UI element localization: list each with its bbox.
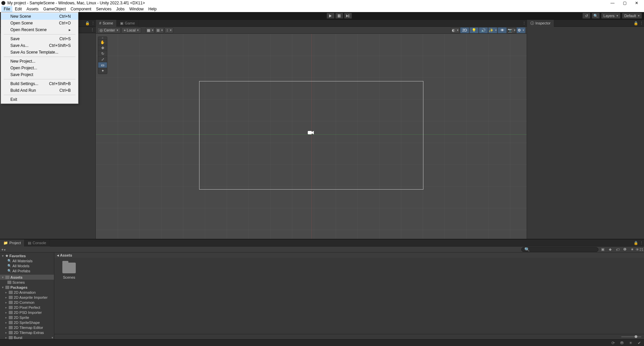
project-grid-items[interactable]: Scenes <box>54 258 644 334</box>
favorite-all-prefabs[interactable]: 🔍All Prefabs <box>0 268 54 273</box>
step-button[interactable] <box>344 13 352 19</box>
asset-folder-scenes[interactable]: Scenes <box>59 263 79 329</box>
add-asset-button[interactable]: +▾ <box>1 248 7 252</box>
file-save-project[interactable]: Save Project <box>1 71 78 78</box>
lock-icon[interactable]: 🔒 <box>633 240 639 246</box>
menu-window[interactable]: Window <box>127 6 146 12</box>
favorites-header[interactable]: ▾★Favorites <box>0 253 54 258</box>
menu-services[interactable]: Services <box>94 6 114 12</box>
thumbnail-size-slider[interactable] <box>621 336 641 337</box>
console-tab[interactable]: ▤Console <box>24 239 50 247</box>
maximize-button[interactable]: ▢ <box>619 0 631 6</box>
increment-snap-dropdown[interactable]: ⫶▾ <box>165 27 173 33</box>
snap-dropdown[interactable]: ⊞▾ <box>155 27 164 33</box>
file-exit[interactable]: Exit <box>1 96 78 103</box>
layers-dropdown[interactable]: Layers▾ <box>601 13 621 19</box>
game-tab[interactable]: ▣Game <box>117 20 138 27</box>
package-item[interactable]: ▸2D PSD Importer <box>0 310 54 315</box>
scale-tool[interactable]: ⤢ <box>98 57 107 62</box>
lock-icon[interactable]: 🔒 <box>85 20 90 26</box>
auto-refresh-icon[interactable]: ⟳ <box>610 340 616 346</box>
progress-icon[interactable]: ✔ <box>637 340 642 346</box>
camera-gizmo-icon[interactable] <box>308 130 314 135</box>
panel-menu-icon[interactable]: ⋮ <box>91 28 94 32</box>
save-search-icon[interactable]: 🏷 <box>614 247 621 252</box>
package-item[interactable]: ▸2D SpriteShape <box>0 320 54 325</box>
grid-dropdown[interactable]: ▦▾ <box>146 27 155 33</box>
package-item[interactable]: ▸2D Tilemap Extras <box>0 330 54 335</box>
menu-file[interactable]: File <box>1 6 12 12</box>
project-search-input[interactable] <box>521 247 598 252</box>
scene-visibility-toggle[interactable]: 👁 <box>498 27 507 33</box>
toggle-2d-button[interactable]: 2D <box>460 27 469 33</box>
close-button[interactable]: ✕ <box>631 0 643 6</box>
scene-fx-toggle[interactable]: ✨▾ <box>488 27 497 33</box>
panel-menu-icon[interactable]: ⋮ <box>521 20 527 26</box>
package-item[interactable]: ▸2D Tilemap Editor <box>0 325 54 330</box>
package-item[interactable]: ▸2D Aseprite Importer <box>0 295 54 300</box>
menu-assets[interactable]: Assets <box>24 6 41 12</box>
hand-tool[interactable]: ✋ <box>98 40 107 45</box>
scene-audio-toggle[interactable]: 🔊 <box>479 27 488 33</box>
file-open-scene[interactable]: Open SceneCtrl+O <box>1 20 78 26</box>
file-build-settings[interactable]: Build Settings...Ctrl+Shift+B <box>1 80 78 87</box>
package-item[interactable]: ▸2D Animation <box>0 290 54 295</box>
layout-dropdown[interactable]: Default▾ <box>622 13 642 19</box>
scene-view[interactable]: ≡ ✋ ✥ ↻ ⤢ ▭ ✦ <box>96 34 527 239</box>
menu-gameobject[interactable]: GameObject <box>41 6 68 12</box>
file-build-and-run[interactable]: Build And RunCtrl+B <box>1 87 78 94</box>
scene-lighting-toggle[interactable]: 💡 <box>470 27 478 33</box>
package-item[interactable]: ▸Burst <box>0 335 54 339</box>
scene-tab[interactable]: #Scene <box>96 20 117 27</box>
package-item[interactable]: ▸2D Pixel Perfect <box>0 305 54 310</box>
menu-jobs[interactable]: Jobs <box>114 6 127 12</box>
pause-button[interactable] <box>335 13 343 19</box>
panel-menu-icon[interactable]: ⋮ <box>639 240 644 246</box>
favorite-all-materials[interactable]: 🔍All Materials <box>0 258 54 263</box>
file-save[interactable]: SaveCtrl+S <box>1 36 78 42</box>
package-item[interactable]: ▸2D Sprite <box>0 315 54 320</box>
cache-server-icon[interactable]: ⛃ <box>619 340 625 346</box>
project-tree[interactable]: ▾★Favorites 🔍All Materials 🔍All Models 🔍… <box>0 253 54 339</box>
search-by-type-icon[interactable]: ▣ <box>600 247 606 252</box>
scene-camera-dropdown[interactable]: 📷▾ <box>507 27 516 33</box>
menu-help[interactable]: Help <box>146 6 159 12</box>
package-item[interactable]: ▸2D Common <box>0 300 54 305</box>
search-by-label-icon[interactable]: ◆ <box>607 247 613 252</box>
file-new-scene[interactable]: New SceneCtrl+N <box>1 13 78 20</box>
packages-folder[interactable]: ▾Packages <box>0 285 54 290</box>
rect-tool[interactable]: ▭ <box>98 62 107 68</box>
file-save-as[interactable]: Save As...Ctrl+Shift+S <box>1 42 78 49</box>
move-tool[interactable]: ✥ <box>98 45 107 51</box>
hidden-packages-toggle[interactable]: 👁21 <box>637 247 643 252</box>
file-new-project[interactable]: New Project... <box>1 58 78 65</box>
assets-folder[interactable]: ▾Assets <box>0 275 54 280</box>
tool-strip-drag-handle[interactable]: ≡ <box>98 37 107 40</box>
favorite-search-icon[interactable]: ★ <box>629 247 635 252</box>
undo-history-button[interactable]: ↺ <box>582 13 590 19</box>
minimize-button[interactable]: — <box>606 0 619 6</box>
tree-scroll-down-icon[interactable]: ▾ <box>52 336 53 339</box>
tool-handle-rotation[interactable]: ⌖Local▾ <box>121 27 141 33</box>
file-save-as-scene-template[interactable]: Save As Scene Template... <box>1 49 78 56</box>
project-tab[interactable]: 📁Project <box>0 239 24 247</box>
file-open-project[interactable]: Open Project... <box>1 65 78 71</box>
panel-menu-icon[interactable]: ⋮ <box>639 20 644 26</box>
draw-mode-dropdown[interactable]: ◐▾ <box>451 27 460 33</box>
gizmos-dropdown[interactable]: ⚙▾ <box>517 27 525 33</box>
rotate-tool[interactable]: ↻ <box>98 51 107 57</box>
panel-menu-icon[interactable]: ⋮ <box>90 20 96 26</box>
scenes-folder[interactable]: Scenes <box>0 280 54 285</box>
menu-edit[interactable]: Edit <box>12 6 24 12</box>
menu-component[interactable]: Component <box>68 6 94 12</box>
tool-handle-position[interactable]: ◎Center▾ <box>97 27 121 33</box>
file-open-recent-scene[interactable]: Open Recent Scene▸ <box>1 26 78 33</box>
project-breadcrumb[interactable]: ◂ Assets <box>54 253 644 258</box>
lock-icon[interactable]: 🔒 <box>633 20 639 26</box>
search-log-icon[interactable]: ❶ <box>622 247 628 252</box>
transform-tool[interactable]: ✦ <box>98 68 107 74</box>
inspector-tab[interactable]: ⓘInspector <box>527 20 554 27</box>
favorite-all-models[interactable]: 🔍All Models <box>0 263 54 268</box>
global-search-button[interactable]: 🔍 <box>592 13 600 19</box>
global-illumination-icon[interactable]: ☀ <box>628 340 633 346</box>
